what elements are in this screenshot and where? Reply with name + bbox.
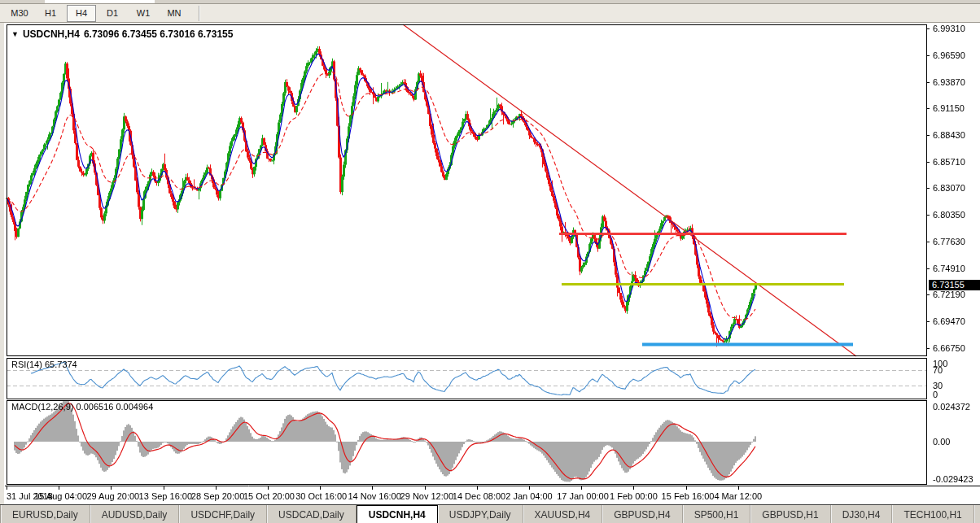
timeframe-button-m30[interactable]: M30 [5, 5, 34, 22]
timeframe-button-h4[interactable]: H4 [67, 5, 96, 22]
tab-tech100-h1[interactable]: TECH100,H1 [892, 505, 973, 523]
tab-usdchf-daily[interactable]: USDCHF,Daily [179, 505, 267, 523]
macd-axis-label: 0.00 [933, 437, 950, 447]
chart-window: ▼ USDCNH,H4 6.73096 6.73455 6.73016 6.73… [5, 23, 980, 504]
rsi-name: RSI(14) [11, 360, 42, 369]
tab-usdjpy-daily[interactable]: USDJPY,Daily [438, 505, 523, 523]
date-axis-label: 14 Nov 16:00 [348, 491, 396, 501]
date-axis-label: 4 Mar 12:00 [714, 491, 763, 501]
symbol-tab-bar: EURUSD,DailyAUDUSD,DailyUSDCHF,DailyUSDC… [0, 504, 980, 523]
price-axis-label: 6.72190 [933, 290, 965, 299]
chart-ohlc-values: 6.73096 6.73455 6.73016 6.73155 [84, 28, 234, 40]
tab-usdcnh-h4[interactable]: USDCNH,H4 [357, 505, 438, 523]
price-axis-label: 6.69470 [933, 316, 965, 326]
timeframe-button-mn[interactable]: MN [160, 5, 189, 22]
price-axis-label: 6.77630 [933, 237, 965, 246]
tab-audusd-daily[interactable]: AUDUSD,Daily [90, 505, 180, 523]
rsi-axis-label: 0 [933, 390, 938, 399]
price-axis-label: 6.99310 [933, 24, 965, 33]
symbol-dropdown-icon[interactable]: ▼ [11, 30, 19, 38]
tab-ukoil[interactable]: UKOil, [974, 505, 980, 523]
trading-app-window: M30H1H4D1W1MN ▼ USDCNH,H4 6.73096 6.7345… [0, 0, 980, 523]
current-price-badge: 6.73155 [929, 280, 980, 290]
timeframe-button-w1[interactable]: W1 [129, 5, 158, 22]
date-axis-label: 29 Nov 12:00 [400, 491, 449, 501]
price-axis-label: 6.93870 [933, 77, 965, 87]
tab-gbpusd-h1[interactable]: GBPUSD,H1 [750, 505, 830, 523]
tab-eurusd-daily[interactable]: EURUSD,Daily [1, 505, 90, 523]
tab-xauusd-h4[interactable]: XAUUSD,H4 [523, 505, 603, 523]
macd-name: MACD(12,26,9) [11, 402, 73, 412]
date-axis-label: 29 Aug 20:00 [86, 491, 135, 501]
price-axis-label: 6.80350 [933, 210, 965, 220]
date-axis-label: 13 Sep 16:00 [139, 491, 188, 501]
chart-canvas[interactable] [5, 23, 980, 504]
macd-indicator-label: MACD(12,26,9) 0.006516 0.004964 [11, 402, 153, 412]
toolbar-patch [45, 0, 155, 3]
price-axis-label: 6.85710 [933, 157, 965, 167]
toolbar-separator [199, 6, 200, 21]
price-axis-label: 6.88430 [933, 130, 965, 140]
tab-usdcad-daily[interactable]: USDCAD,Daily [267, 505, 357, 523]
tab-gbpusd-h4[interactable]: GBPUSD,H4 [602, 505, 682, 523]
macd-axis-label: 0.024372 [933, 402, 970, 412]
date-axis-label: 2 Jan 04:00 [505, 491, 553, 501]
chart-title[interactable]: ▼ USDCNH,H4 6.73096 6.73455 6.73016 6.73… [11, 28, 233, 40]
chart-symbol: USDCNH,H4 [23, 28, 80, 40]
tab-dj30-h4[interactable]: DJ30,H4 [831, 505, 893, 523]
date-axis-label: 1 Feb 00:00 [609, 491, 658, 501]
price-axis-label: 6.96590 [933, 50, 965, 60]
timeframe-toolbar: M30H1H4D1W1MN [0, 4, 980, 23]
date-axis-label: 17 Jan 00:00 [557, 491, 606, 501]
macd-axis-label: -0.029423 [933, 474, 973, 484]
price-axis-label: 6.83070 [933, 183, 965, 193]
date-axis-label: 15 Aug 04:00 [34, 491, 83, 501]
price-axis-label: 6.91150 [933, 103, 965, 113]
date-axis-label: 15 Oct 20:00 [243, 491, 292, 501]
macd-values: 0.006516 0.004964 [76, 402, 153, 412]
rsi-value: 65.7374 [45, 360, 77, 369]
date-axis-label: 28 Sep 20:00 [191, 491, 240, 501]
rsi-indicator-label: RSI(14) 65.7374 [11, 360, 77, 369]
rsi-axis-label: 70 [933, 365, 943, 375]
date-axis-label: 15 Feb 16:00 [662, 491, 711, 501]
date-axis-label: 30 Oct 16:00 [295, 491, 344, 501]
timeframe-button-d1[interactable]: D1 [98, 5, 127, 22]
timeframe-button-h1[interactable]: H1 [36, 5, 65, 22]
date-axis-label: 14 Dec 08:00 [453, 491, 501, 501]
price-axis-label: 6.74910 [933, 264, 965, 273]
price-axis-label: 6.66750 [933, 343, 965, 353]
tab-sp500-h1[interactable]: SP500,H1 [683, 505, 751, 523]
